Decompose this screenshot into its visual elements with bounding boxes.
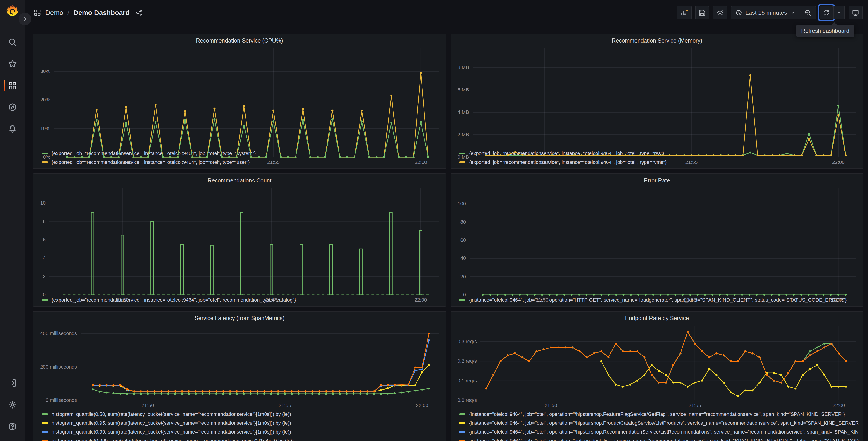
svg-text:21:55: 21:55 xyxy=(684,297,696,303)
legend-label: histogram_quantile(0.95, sum(rate(latenc… xyxy=(52,420,291,426)
save-dashboard-button[interactable] xyxy=(695,6,709,20)
alerting-bell-icon xyxy=(8,124,17,134)
sidebar-item-explore[interactable] xyxy=(0,96,25,118)
sidebar-bottom-group xyxy=(0,372,25,437)
add-panel-icon xyxy=(680,9,688,17)
sidebar-item-help[interactable] xyxy=(0,416,25,437)
chart-svg: 0 milliseconds200 milliseconds400 millis… xyxy=(37,323,442,409)
svg-text:200 milliseconds: 200 milliseconds xyxy=(40,364,77,370)
panel-title: Endpoint Rate by Service xyxy=(455,313,859,323)
grafana-logo[interactable] xyxy=(6,4,19,18)
svg-text:0.3 req/s: 0.3 req/s xyxy=(457,339,477,344)
svg-text:10: 10 xyxy=(40,200,46,206)
svg-text:100: 100 xyxy=(458,201,466,206)
breadcrumb-page-title: Demo Dashboard xyxy=(73,9,129,17)
svg-text:22:00: 22:00 xyxy=(832,297,844,303)
legend-item[interactable]: {instance="otelcol:9464", job="otel", op… xyxy=(459,428,859,436)
sidebar-item-search[interactable] xyxy=(0,31,25,53)
legend-swatch xyxy=(459,440,465,441)
svg-text:21:50: 21:50 xyxy=(120,159,132,165)
legend-item[interactable]: histogram_quantile(0.95, sum(rate(latenc… xyxy=(42,419,442,428)
sidebar-item-dashboards[interactable] xyxy=(0,75,25,96)
sidebar-item-settings[interactable] xyxy=(0,394,25,416)
chevron-right-icon xyxy=(22,16,28,22)
legend-item[interactable]: {instance="otelcol:9464", job="otel", op… xyxy=(459,410,859,419)
legend-item[interactable]: histogram_quantile(0.99, sum(rate(latenc… xyxy=(42,428,442,436)
refresh-icon xyxy=(823,9,830,16)
panel-title: Recommendations Count xyxy=(37,175,442,186)
legend-swatch xyxy=(459,422,465,424)
dashboard-toolbar: Last 15 minutes xyxy=(677,6,863,20)
time-range-picker[interactable]: Last 15 minutes xyxy=(731,6,800,19)
panel-cpu: Recommendation Service (CPU%) 0%10%20%30… xyxy=(33,33,446,169)
legend-label: histogram_quantile(0.999, sum(rate(laten… xyxy=(52,438,294,441)
endpoint-rate-chart-canvas[interactable]: 0.0 req/s0.1 req/s0.2 req/s0.3 req/s21:5… xyxy=(455,323,859,409)
svg-text:0%: 0% xyxy=(43,154,50,160)
legend-label: {instance="otelcol:9464", job="otel", op… xyxy=(469,438,859,441)
memory-chart-canvas[interactable]: 0 MB2 MB4 MB6 MB8 MB21:5021:5522:00 xyxy=(455,46,859,148)
dashboard-content: Recommendation Service (CPU%) 0%10%20%30… xyxy=(25,25,868,441)
star-icon xyxy=(8,59,17,68)
share-icon[interactable] xyxy=(135,9,143,16)
sidebar-item-sign-in[interactable] xyxy=(0,372,25,394)
legend-item[interactable]: {instance="otelcol:9464", job="otel", op… xyxy=(459,436,859,441)
panel-service-latency: Service Latency (from SpanMetrics) 0 mil… xyxy=(33,311,446,441)
chart-svg: 0%10%20%30%21:5021:5522:00 xyxy=(37,46,442,166)
dashboard-settings-button[interactable] xyxy=(713,6,727,20)
time-range-label: Last 15 minutes xyxy=(745,9,787,16)
recommendations-chart-canvas[interactable]: 024681021:5021:5522:00 xyxy=(37,186,442,295)
svg-text:21:50: 21:50 xyxy=(538,159,551,165)
svg-text:8: 8 xyxy=(43,218,46,224)
latency-chart-canvas[interactable]: 0 milliseconds200 milliseconds400 millis… xyxy=(37,323,442,409)
sidebar-item-alerting[interactable] xyxy=(0,118,25,140)
breadcrumb-section[interactable]: Demo xyxy=(45,9,63,17)
grafana-app: Demo / Demo Dashboard xyxy=(0,0,868,441)
svg-text:21:55: 21:55 xyxy=(279,403,291,408)
refresh-tooltip: Refresh dashboard xyxy=(796,25,855,37)
error-rate-chart-canvas[interactable]: 02040608010021:5021:5522:00 xyxy=(455,186,859,295)
legend-swatch xyxy=(42,440,48,441)
legend-item[interactable]: {instance="otelcol:9464", job="otel", op… xyxy=(459,419,859,428)
chart-svg: 024681021:5021:5522:00 xyxy=(37,186,442,304)
panel-title: Recommendation Service (CPU%) xyxy=(37,35,442,46)
cpu-chart-canvas[interactable]: 0%10%20%30%21:5021:5522:00 xyxy=(37,46,442,148)
refresh-interval-dropdown[interactable] xyxy=(833,6,845,20)
svg-text:20: 20 xyxy=(461,274,466,280)
zoom-out-icon xyxy=(804,9,811,16)
panel-error-rate: Error Rate 02040608010021:5021:5522:00 {… xyxy=(451,173,864,306)
svg-text:21:50: 21:50 xyxy=(545,403,557,408)
svg-text:0.1 req/s: 0.1 req/s xyxy=(457,378,477,383)
sidebar-expand-button[interactable] xyxy=(19,13,31,25)
svg-text:21:50: 21:50 xyxy=(536,297,548,303)
svg-text:21:55: 21:55 xyxy=(685,159,698,165)
svg-text:4 MB: 4 MB xyxy=(458,109,469,115)
top-navbar: Demo / Demo Dashboard xyxy=(25,0,868,25)
svg-text:22:00: 22:00 xyxy=(414,159,427,165)
sidebar-item-starred[interactable] xyxy=(0,53,25,75)
settings-gear-icon xyxy=(716,9,724,17)
svg-text:0: 0 xyxy=(463,292,466,297)
svg-text:20%: 20% xyxy=(40,97,50,102)
latency-legend: histogram_quantile(0.50, sum(rate(latenc… xyxy=(37,409,442,441)
add-panel-button[interactable] xyxy=(677,6,691,20)
monitor-icon xyxy=(852,9,859,17)
kiosk-mode-button[interactable] xyxy=(848,6,863,20)
refresh-dashboard-button[interactable] xyxy=(819,6,833,20)
svg-text:22:00: 22:00 xyxy=(416,403,428,408)
svg-text:0.2 req/s: 0.2 req/s xyxy=(457,358,477,364)
help-icon xyxy=(8,422,17,431)
clock-icon xyxy=(735,9,742,16)
legend-item[interactable]: histogram_quantile(0.50, sum(rate(latenc… xyxy=(42,410,442,419)
time-controls-group: Last 15 minutes xyxy=(731,6,816,20)
svg-text:22:00: 22:00 xyxy=(414,297,427,303)
legend-item[interactable]: histogram_quantile(0.999, sum(rate(laten… xyxy=(42,436,442,441)
dashboard-grid-icon xyxy=(33,9,41,17)
svg-text:0: 0 xyxy=(43,292,46,297)
chevron-down-icon xyxy=(790,10,796,16)
explore-compass-icon xyxy=(8,102,17,112)
zoom-out-button[interactable] xyxy=(800,6,815,19)
sidebar-top-group xyxy=(0,31,25,140)
svg-text:21:55: 21:55 xyxy=(688,403,701,408)
breadcrumb-separator: / xyxy=(67,9,69,17)
legend-label: {instance="otelcol:9464", job="otel", op… xyxy=(469,420,859,426)
